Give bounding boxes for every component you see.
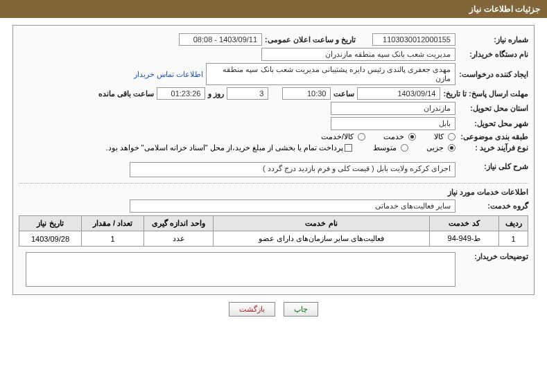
radio-partial[interactable] [448, 144, 455, 152]
radio-goods[interactable] [448, 133, 455, 141]
radio-service[interactable] [408, 133, 416, 141]
table-header-row: ردیف کد خدمت نام خدمت واحد اندازه گیری ت… [19, 216, 528, 231]
print-button[interactable]: چاپ [284, 302, 318, 317]
remain-suffix: ساعت باقی مانده [96, 89, 157, 98]
services-section-head: اطلاعات خدمات مورد نیاز [19, 183, 528, 197]
comments-box [26, 252, 455, 287]
announce-date-label: تاریخ و ساعت اعلان عمومی: [262, 35, 358, 44]
time-label: ساعت [331, 89, 357, 98]
th-qty: تعداد / مقدار [82, 216, 144, 231]
th-name: نام خدمت [214, 216, 430, 231]
deadline-label: مهلت ارسال پاسخ: تا تاریخ: [440, 89, 528, 98]
cell-unit: عدد [144, 231, 214, 247]
button-bar: چاپ بازگشت [12, 302, 535, 317]
desc-label: شرح کلی نیاز: [455, 162, 528, 171]
radio-medium[interactable] [401, 144, 408, 152]
page-title: جزئیات اطلاعات نیاز [469, 4, 540, 14]
table-row: 1 ط-949-94 فعالیت‌های سایر سازمان‌های دا… [19, 231, 528, 247]
page-header: جزئیات اطلاعات نیاز [0, 0, 547, 18]
th-date: تاریخ نیاز [19, 216, 82, 231]
treasury-note: پرداخت تمام یا بخشی از مبلغ خرید،از محل … [105, 143, 343, 152]
radio-goods-service[interactable] [358, 133, 365, 141]
buyer-org-label: نام دستگاه خریدار: [455, 50, 528, 59]
cell-qty: 1 [82, 231, 144, 247]
back-button[interactable]: بازگشت [229, 302, 275, 317]
city-label: شهر محل تحویل: [455, 119, 528, 128]
deadline-date-value: 1403/09/14 [357, 87, 440, 100]
countdown-value: 01:23:26 [157, 87, 205, 100]
days-value: 3 [227, 87, 268, 100]
announce-date-value: 1403/09/11 - 08:08 [179, 33, 262, 46]
province-value: مازندران [331, 102, 455, 115]
buyer-contact-link[interactable]: اطلاعات تماس خریدار [134, 70, 203, 79]
th-unit: واحد اندازه گیری [144, 216, 214, 231]
city-value: بابل [331, 117, 455, 130]
buyer-org-value: مدیریت شعب بانک سپه منطقه مازندران [261, 48, 455, 61]
services-table: ردیف کد خدمت نام خدمت واحد اندازه گیری ت… [19, 215, 528, 247]
category-label: طبقه بندی موضوعی: [455, 132, 528, 141]
service-group-value: سایر فعالیت‌های خدماتی [130, 199, 455, 213]
process-radio-group: جزیی متوسط [373, 143, 455, 152]
requester-value: مهدی جعفری پالندی رئیس دایره پشتیبانی مد… [206, 63, 455, 85]
treasury-checkbox[interactable] [345, 144, 352, 152]
requester-label: ایجاد کننده درخواست: [455, 70, 528, 79]
cell-row: 1 [499, 231, 528, 247]
comments-label: توضیحات خریدار: [455, 252, 528, 261]
cell-name: فعالیت‌های سایر سازمان‌های دارای عضو [214, 231, 430, 247]
th-row: ردیف [499, 216, 528, 231]
need-number-label: شماره نیاز: [455, 35, 528, 44]
th-code: کد خدمت [430, 216, 499, 231]
service-group-label: گروه خدمت: [455, 202, 528, 211]
category-radio-group: کالا خدمت کالا/خدمت [321, 132, 455, 141]
province-label: استان محل تحویل: [455, 104, 528, 113]
need-number-value: 1103030012000155 [372, 33, 455, 46]
desc-value: اجرای کرکره ولایت بابل ( قیمت کلی و فرم … [130, 162, 455, 177]
cell-code: ط-949-94 [430, 231, 499, 247]
cell-date: 1403/09/28 [19, 231, 82, 247]
days-suffix: روز و [205, 89, 227, 98]
details-fieldset: شماره نیاز: 1103030012000155 تاریخ و ساع… [12, 25, 535, 295]
process-label: نوع فرآیند خرید : [455, 143, 528, 152]
deadline-time-value: 10:30 [282, 87, 331, 100]
